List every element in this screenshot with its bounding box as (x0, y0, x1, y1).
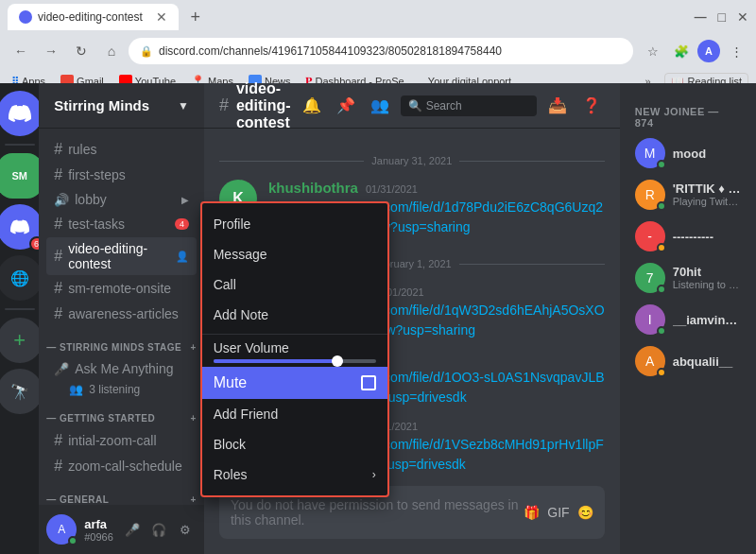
extensions-button[interactable]: 🧩 (669, 39, 694, 63)
browser-profile-button[interactable]: A (697, 40, 720, 62)
channel-zoom-schedule[interactable]: # zoom-call-schedule (46, 454, 197, 478)
channel-ask-anything-label: Ask Me Anything (75, 361, 189, 376)
member-name: abqualii__ (673, 355, 741, 369)
chat-search-box[interactable]: 🔍 Search (401, 95, 537, 116)
member-item-5[interactable]: A abqualii__ (627, 340, 748, 382)
channel-intial-zoom[interactable]: # intial-zoom-call (46, 428, 197, 453)
channel-first-steps[interactable]: # first-steps (46, 163, 197, 187)
context-menu-add-note[interactable]: Add Note (202, 300, 387, 330)
back-button[interactable]: ← (8, 38, 34, 64)
add-server-button[interactable]: + (0, 318, 39, 363)
channel-awareness-label: awareness-articles (68, 306, 189, 321)
members-icon[interactable]: 👥 (367, 93, 393, 118)
context-call-label: Call (214, 277, 236, 292)
forward-button[interactable]: → (38, 38, 64, 64)
server-separator-2 (5, 308, 35, 310)
volume-track (214, 359, 376, 363)
volume-fill (214, 359, 344, 363)
server-icon-3[interactable]: 🌐 (0, 255, 39, 301)
channel-rules[interactable]: # rules (46, 137, 197, 162)
category-stage-label: ― STIRRING MINDS STAGE (46, 342, 181, 353)
mute-microphone-button[interactable]: 🎤 (121, 518, 144, 541)
member-name-container: 70hit Listening to Spotify 🎵 (673, 265, 741, 291)
context-menu-add-friend[interactable]: Add Friend (202, 399, 387, 429)
member-avatar: A (635, 346, 665, 376)
chat-header: # video-editing-contest 🔔 📌 👥 🔍 Search 📥… (204, 83, 620, 129)
members-category-new-joinee: NEW JOINEE — 874 (627, 98, 748, 132)
member-item-4[interactable]: I __iamvinny__ (627, 299, 748, 340)
browser-tab[interactable]: video-editing-contest ✕ (8, 4, 179, 30)
context-menu-profile[interactable]: Profile (202, 209, 387, 239)
home-button[interactable]: ⌂ (98, 38, 125, 64)
browser-menu-button[interactable]: ⋮ (724, 39, 748, 63)
member-activity: Listening to Spotify 🎵 (673, 279, 741, 291)
hash-icon: # (54, 216, 62, 233)
server-badge-2: 6 (29, 236, 40, 251)
user-settings-button[interactable]: ⚙ (174, 518, 197, 541)
search-icon: 🔍 (408, 99, 422, 113)
date-line (459, 161, 604, 162)
member-item-2[interactable]: - ---------- (627, 216, 748, 257)
gif-icon[interactable]: GIF (547, 505, 569, 520)
volume-slider-container (214, 359, 376, 363)
tab-close-button[interactable]: ✕ (156, 9, 167, 25)
bookmark-star-button[interactable]: ☆ (641, 39, 665, 63)
server-stirring-minds-wrapper: SM (0, 153, 39, 199)
members-list: M mood R 'RITTIK ♦ [ THE KNIG... Playing… (627, 132, 748, 382)
category-getting-started[interactable]: ― GETTING STARTED + (39, 398, 204, 427)
context-menu-message[interactable]: Message (202, 239, 387, 269)
close-button[interactable]: ✕ (737, 9, 748, 25)
volume-thumb[interactable] (332, 355, 343, 367)
message-header: khushibothra 01/31/2021 (268, 180, 605, 196)
server-header-chevron-icon: ▼ (178, 99, 189, 113)
channel-lobby[interactable]: 🔊 lobby ▶ (46, 188, 197, 211)
mute-checkbox[interactable] (361, 375, 376, 390)
server-stirring-minds[interactable]: SM (0, 153, 39, 199)
reload-button[interactable]: ↻ (68, 38, 94, 64)
pin-icon[interactable]: 📌 (333, 93, 359, 118)
emoji-icon[interactable]: 😊 (577, 505, 593, 520)
channel-hash-icon: # (219, 95, 229, 115)
context-menu-mute[interactable]: Mute (202, 367, 387, 399)
member-name: mood (673, 147, 741, 161)
context-add-friend-label: Add Friend (214, 407, 278, 422)
address-bar[interactable]: 🔒 discord.com/channels/41961710584410932… (129, 38, 633, 64)
channel-first-steps-label: first-steps (68, 167, 189, 182)
discover-servers-button[interactable]: 🔭 (0, 369, 39, 414)
inbox-icon[interactable]: 📥 (544, 93, 571, 118)
new-tab-button[interactable]: + (182, 4, 209, 30)
deafen-button[interactable]: 🎧 (147, 518, 170, 541)
notification-bell-icon[interactable]: 🔔 (299, 93, 325, 118)
category-general[interactable]: ― GENERAL + (39, 479, 204, 505)
hash-icon: # (54, 432, 62, 449)
category-getting-started-add-icon: + (191, 413, 197, 424)
channel-ask-anything[interactable]: 🎤 Ask Me Anything (46, 357, 197, 380)
maximize-button[interactable]: □ (718, 9, 726, 25)
member-name: ---------- (673, 230, 741, 244)
channel-test-tasks[interactable]: # test-tasks 4 (46, 212, 197, 236)
gift-icon[interactable]: 🎁 (524, 505, 540, 520)
member-item-3[interactable]: 7 70hit Listening to Spotify 🎵 (627, 257, 748, 299)
channel-awareness[interactable]: # awareness-articles (46, 302, 197, 326)
context-menu-block[interactable]: Block (202, 429, 387, 459)
member-item-1[interactable]: R 'RITTIK ♦ [ THE KNIG... Playing Twitch… (627, 174, 748, 216)
minimize-button[interactable]: ─ (695, 8, 707, 27)
category-stage[interactable]: ― STIRRING MINDS STAGE + (39, 327, 204, 356)
channel-lobby-label: lobby (75, 192, 176, 207)
message-time: 01/31/2021 (366, 183, 418, 195)
channel-sm-remote[interactable]: # sm-remote-onsite (46, 276, 197, 301)
hash-icon: # (54, 248, 62, 265)
discord-home-button[interactable] (0, 91, 39, 136)
channel-video-editing-contest[interactable]: # video-editing-contest 👤 (46, 237, 197, 275)
test-tasks-badge: 4 (175, 218, 189, 230)
context-menu-roles[interactable]: Roles › (202, 459, 387, 490)
chat-channel-name: video-editing-contest (236, 80, 291, 131)
server-header[interactable]: Stirring Minds ▼ (39, 83, 204, 129)
member-name-container: __iamvinny__ (673, 313, 741, 327)
help-icon[interactable]: ❓ (578, 93, 605, 118)
hash-icon: # (54, 141, 62, 158)
member-activity: Playing Twitch 🎮 (673, 196, 741, 208)
context-menu-call[interactable]: Call (202, 269, 387, 300)
member-item-0[interactable]: M mood (627, 132, 748, 174)
hash-icon: # (54, 280, 62, 297)
